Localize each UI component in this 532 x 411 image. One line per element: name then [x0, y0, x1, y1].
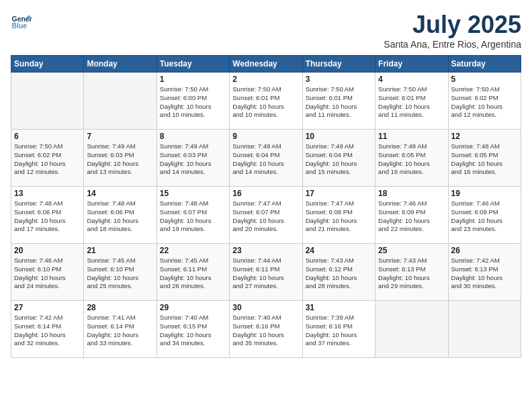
day-info: Sunrise: 7:50 AM Sunset: 6:01 PM Dayligh… — [232, 85, 299, 120]
day-number: 19 — [451, 189, 518, 198]
day-number: 3 — [306, 75, 372, 84]
calendar-week-5: 27Sunrise: 7:42 AM Sunset: 6:14 PM Dayli… — [11, 301, 521, 358]
day-number: 6 — [14, 132, 81, 141]
day-number: 28 — [87, 303, 153, 312]
page-header: General Blue July 2025 Santa Ana, Entre … — [11, 11, 521, 50]
calendar-cell — [375, 301, 448, 358]
day-number: 30 — [232, 303, 299, 312]
day-number: 16 — [232, 189, 299, 198]
calendar-body: 1Sunrise: 7:50 AM Sunset: 6:00 PM Daylig… — [11, 73, 521, 358]
day-info: Sunrise: 7:50 AM Sunset: 6:01 PM Dayligh… — [378, 85, 445, 120]
day-info: Sunrise: 7:45 AM Sunset: 6:11 PM Dayligh… — [160, 257, 226, 291]
day-info: Sunrise: 7:45 AM Sunset: 6:10 PM Dayligh… — [87, 257, 153, 291]
calendar-cell: 11Sunrise: 7:49 AM Sunset: 6:05 PM Dayli… — [375, 130, 448, 187]
calendar-cell: 15Sunrise: 7:48 AM Sunset: 6:07 PM Dayli… — [157, 187, 229, 244]
calendar-cell: 13Sunrise: 7:48 AM Sunset: 6:06 PM Dayli… — [11, 187, 84, 244]
calendar-cell: 9Sunrise: 7:49 AM Sunset: 6:04 PM Daylig… — [230, 130, 302, 187]
logo: General Blue — [11, 11, 32, 32]
day-info: Sunrise: 7:50 AM Sunset: 6:00 PM Dayligh… — [160, 85, 226, 120]
day-number: 22 — [160, 246, 226, 255]
title-block: July 2025 Santa Ana, Entre Rios, Argenti… — [384, 11, 521, 50]
day-number: 15 — [160, 189, 226, 198]
day-number: 5 — [451, 75, 518, 84]
day-number: 18 — [378, 189, 445, 198]
calendar-cell: 27Sunrise: 7:42 AM Sunset: 6:14 PM Dayli… — [11, 301, 84, 358]
day-info: Sunrise: 7:48 AM Sunset: 6:06 PM Dayligh… — [87, 199, 153, 234]
day-number: 26 — [451, 246, 518, 255]
calendar-cell: 10Sunrise: 7:49 AM Sunset: 6:04 PM Dayli… — [302, 130, 375, 187]
day-info: Sunrise: 7:50 AM Sunset: 6:02 PM Dayligh… — [451, 85, 518, 120]
calendar-cell: 25Sunrise: 7:43 AM Sunset: 6:13 PM Dayli… — [375, 244, 448, 301]
day-number: 14 — [87, 189, 153, 198]
day-info: Sunrise: 7:39 AM Sunset: 6:16 PM Dayligh… — [306, 314, 372, 348]
day-info: Sunrise: 7:48 AM Sunset: 6:06 PM Dayligh… — [14, 199, 81, 234]
day-number: 11 — [378, 132, 445, 141]
day-info: Sunrise: 7:50 AM Sunset: 6:02 PM Dayligh… — [14, 142, 81, 177]
day-number: 29 — [160, 303, 226, 312]
day-info: Sunrise: 7:49 AM Sunset: 6:05 PM Dayligh… — [378, 142, 445, 177]
day-info: Sunrise: 7:47 AM Sunset: 6:07 PM Dayligh… — [232, 199, 299, 234]
calendar-week-2: 6Sunrise: 7:50 AM Sunset: 6:02 PM Daylig… — [11, 130, 521, 187]
day-info: Sunrise: 7:50 AM Sunset: 6:01 PM Dayligh… — [306, 85, 372, 120]
calendar-cell — [11, 73, 84, 130]
calendar-week-1: 1Sunrise: 7:50 AM Sunset: 6:00 PM Daylig… — [11, 73, 521, 130]
day-info: Sunrise: 7:48 AM Sunset: 6:05 PM Dayligh… — [451, 142, 518, 177]
day-number: 17 — [306, 189, 372, 198]
svg-text:Blue: Blue — [12, 22, 28, 30]
day-number: 13 — [14, 189, 81, 198]
calendar-cell: 7Sunrise: 7:49 AM Sunset: 6:03 PM Daylig… — [84, 130, 157, 187]
calendar-cell: 17Sunrise: 7:47 AM Sunset: 6:08 PM Dayli… — [302, 187, 375, 244]
day-number: 7 — [87, 132, 153, 141]
day-number: 27 — [14, 303, 81, 312]
day-number: 4 — [378, 75, 445, 84]
day-header-wednesday: Wednesday — [230, 56, 302, 73]
calendar-cell: 26Sunrise: 7:42 AM Sunset: 6:13 PM Dayli… — [448, 244, 521, 301]
day-info: Sunrise: 7:47 AM Sunset: 6:08 PM Dayligh… — [306, 199, 372, 234]
calendar-cell: 1Sunrise: 7:50 AM Sunset: 6:00 PM Daylig… — [157, 73, 229, 130]
calendar-cell: 3Sunrise: 7:50 AM Sunset: 6:01 PM Daylig… — [302, 73, 375, 130]
day-info: Sunrise: 7:49 AM Sunset: 6:03 PM Dayligh… — [160, 142, 226, 177]
calendar-cell — [84, 73, 157, 130]
calendar-cell: 4Sunrise: 7:50 AM Sunset: 6:01 PM Daylig… — [375, 73, 448, 130]
calendar-header-row: SundayMondayTuesdayWednesdayThursdayFrid… — [11, 56, 521, 73]
day-header-tuesday: Tuesday — [157, 56, 229, 73]
day-number: 20 — [14, 246, 81, 255]
day-info: Sunrise: 7:41 AM Sunset: 6:14 PM Dayligh… — [87, 314, 153, 348]
day-header-thursday: Thursday — [302, 56, 375, 73]
day-header-sunday: Sunday — [11, 56, 84, 73]
calendar-cell: 19Sunrise: 7:46 AM Sunset: 6:09 PM Dayli… — [448, 187, 521, 244]
day-number: 24 — [306, 246, 372, 255]
calendar-cell: 31Sunrise: 7:39 AM Sunset: 6:16 PM Dayli… — [302, 301, 375, 358]
calendar-cell: 21Sunrise: 7:45 AM Sunset: 6:10 PM Dayli… — [84, 244, 157, 301]
calendar-week-3: 13Sunrise: 7:48 AM Sunset: 6:06 PM Dayli… — [11, 187, 521, 244]
day-info: Sunrise: 7:48 AM Sunset: 6:07 PM Dayligh… — [160, 199, 226, 234]
calendar-cell — [448, 301, 521, 358]
day-number: 12 — [451, 132, 518, 141]
day-number: 31 — [306, 303, 372, 312]
day-number: 9 — [232, 132, 299, 141]
calendar-cell: 29Sunrise: 7:40 AM Sunset: 6:15 PM Dayli… — [157, 301, 229, 358]
day-info: Sunrise: 7:49 AM Sunset: 6:03 PM Dayligh… — [87, 142, 153, 177]
day-info: Sunrise: 7:40 AM Sunset: 6:16 PM Dayligh… — [232, 314, 299, 348]
calendar-cell: 14Sunrise: 7:48 AM Sunset: 6:06 PM Dayli… — [84, 187, 157, 244]
calendar-cell: 30Sunrise: 7:40 AM Sunset: 6:16 PM Dayli… — [230, 301, 302, 358]
logo-icon: General Blue — [11, 11, 32, 32]
day-number: 8 — [160, 132, 226, 141]
calendar-cell: 12Sunrise: 7:48 AM Sunset: 6:05 PM Dayli… — [448, 130, 521, 187]
calendar-cell: 5Sunrise: 7:50 AM Sunset: 6:02 PM Daylig… — [448, 73, 521, 130]
day-number: 1 — [160, 75, 226, 84]
day-header-saturday: Saturday — [448, 56, 521, 73]
day-info: Sunrise: 7:46 AM Sunset: 6:10 PM Dayligh… — [14, 257, 81, 291]
day-info: Sunrise: 7:40 AM Sunset: 6:15 PM Dayligh… — [160, 314, 226, 348]
day-info: Sunrise: 7:49 AM Sunset: 6:04 PM Dayligh… — [232, 142, 299, 177]
calendar-cell: 24Sunrise: 7:43 AM Sunset: 6:12 PM Dayli… — [302, 244, 375, 301]
day-info: Sunrise: 7:43 AM Sunset: 6:12 PM Dayligh… — [306, 257, 372, 291]
calendar-cell: 8Sunrise: 7:49 AM Sunset: 6:03 PM Daylig… — [157, 130, 229, 187]
day-header-monday: Monday — [84, 56, 157, 73]
day-info: Sunrise: 7:42 AM Sunset: 6:14 PM Dayligh… — [14, 314, 81, 348]
day-info: Sunrise: 7:42 AM Sunset: 6:13 PM Dayligh… — [451, 257, 518, 291]
calendar-cell: 20Sunrise: 7:46 AM Sunset: 6:10 PM Dayli… — [11, 244, 84, 301]
day-info: Sunrise: 7:49 AM Sunset: 6:04 PM Dayligh… — [306, 142, 372, 177]
calendar-cell: 18Sunrise: 7:46 AM Sunset: 6:09 PM Dayli… — [375, 187, 448, 244]
day-number: 2 — [232, 75, 299, 84]
